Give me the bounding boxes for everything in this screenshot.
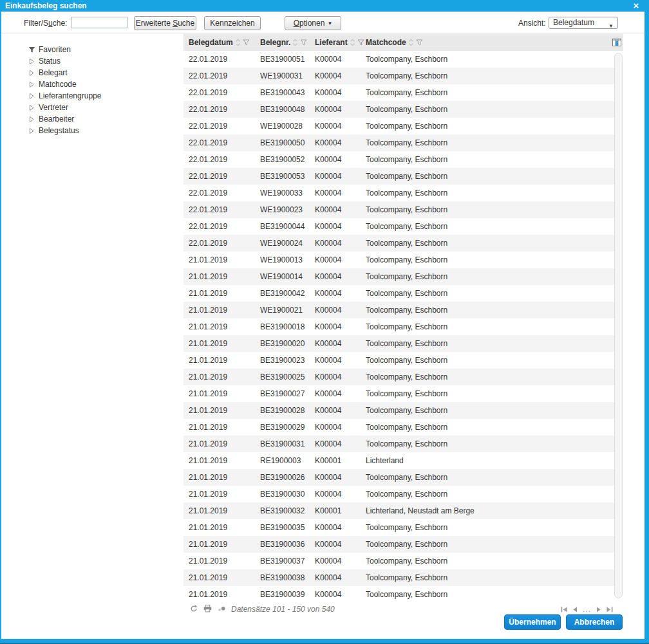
- table-cell-lieferant: K00004: [310, 71, 361, 80]
- table-cell-belegdatum: 21.01.2019: [183, 339, 255, 348]
- sidebar-item-lieferantengruppe[interactable]: Lieferantengruppe: [28, 90, 176, 102]
- sort-icon[interactable]: [292, 39, 298, 46]
- pager-prev-button[interactable]: [572, 607, 578, 612]
- table-row[interactable]: 21.01.2019BE31900018K00004Toolcompany, E…: [183, 318, 615, 335]
- filter-funnel-icon[interactable]: [300, 39, 307, 46]
- sidebar-item-status[interactable]: Status: [28, 55, 176, 67]
- table-row[interactable]: 22.01.2019BE31900044K00004Toolcompany, E…: [183, 218, 615, 235]
- table-row[interactable]: 21.01.2019RE1900003K00001Lichterland: [183, 452, 615, 469]
- table-cell-lieferant: K00004: [310, 255, 361, 264]
- table-row[interactable]: 22.01.2019WE1900033K00004Toolcompany, Es…: [183, 185, 615, 201]
- table-cell-belegdatum: 21.01.2019: [183, 306, 255, 315]
- table-row[interactable]: 21.01.2019BE31900030K00004Toolcompany, E…: [183, 486, 615, 502]
- pager-first-button[interactable]: [561, 607, 567, 612]
- triangle-right-icon: [28, 93, 35, 100]
- table-body: 22.01.2019BE31900051K00004Toolcompany, E…: [183, 51, 615, 603]
- table-cell-matchcode: Toolcompany, Eschborn: [361, 155, 615, 164]
- filter-funnel-icon[interactable]: [243, 39, 250, 46]
- table-cell-lieferant: K00004: [310, 306, 361, 315]
- sidebar-item-label: Belegart: [39, 67, 68, 78]
- chevron-down-icon: ▼: [608, 21, 614, 32]
- table-row[interactable]: 21.01.2019BE31900038K00004Toolcompany, E…: [183, 569, 615, 586]
- table-row[interactable]: 21.01.2019BE31900036K00004Toolcompany, E…: [183, 536, 615, 553]
- table-row[interactable]: 22.01.2019BE31900052K00004Toolcompany, E…: [183, 151, 615, 168]
- column-chooser-icon[interactable]: [610, 39, 623, 46]
- table-cell-belegnr: WE1900021: [255, 306, 310, 315]
- table-cell-belegdatum: 21.01.2019: [183, 456, 255, 465]
- sidebar-item-belegart[interactable]: Belegart: [28, 67, 176, 78]
- table-row[interactable]: 22.01.2019WE1900031K00004Toolcompany, Es…: [183, 68, 615, 84]
- table-cell-matchcode: Toolcompany, Eschborn: [361, 406, 615, 415]
- sidebar-item-belegstatus[interactable]: Belegstatus: [28, 125, 176, 136]
- dialog-title: Einkaufsbeleg suchen: [5, 1, 87, 10]
- table-row[interactable]: 22.01.2019WE1900024K00004Toolcompany, Es…: [183, 235, 615, 252]
- column-header-belegnr[interactable]: Belegnr.: [255, 38, 310, 47]
- table-row[interactable]: 22.01.2019BE31900051K00004Toolcompany, E…: [183, 51, 615, 68]
- sidebar-item-matchcode[interactable]: Matchcode: [28, 78, 176, 90]
- table-cell-belegdatum: 22.01.2019: [183, 239, 255, 248]
- table-row[interactable]: 21.01.2019BE31900028K00004Toolcompany, E…: [183, 402, 615, 419]
- table-row[interactable]: 22.01.2019BE31900043K00004Toolcompany, E…: [183, 84, 615, 101]
- table-row[interactable]: 21.01.2019WE1900021K00004Toolcompany, Es…: [183, 302, 615, 318]
- table-cell-lieferant: K00004: [310, 356, 361, 365]
- vertical-scrollbar-thumb[interactable]: [614, 53, 623, 598]
- column-label: Matchcode: [366, 38, 406, 47]
- sidebar-item-vertreter[interactable]: Vertreter: [28, 102, 176, 113]
- table-row[interactable]: 22.01.2019BE31900053K00004Toolcompany, E…: [183, 168, 615, 185]
- optionen-button[interactable]: Optionen▼: [285, 16, 341, 30]
- refresh-icon[interactable]: [190, 605, 198, 612]
- sort-icon[interactable]: [235, 39, 241, 46]
- ansicht-select[interactable]: Belegdatum ▼: [549, 17, 618, 29]
- table-cell-matchcode: Toolcompany, Eschborn: [361, 356, 615, 365]
- table-cell-belegdatum: 21.01.2019: [183, 540, 255, 549]
- table-row[interactable]: 21.01.2019BE31900026K00004Toolcompany, E…: [183, 469, 615, 486]
- table-cell-matchcode: Toolcompany, Eschborn: [361, 557, 615, 566]
- sort-icon[interactable]: [408, 39, 414, 46]
- table-cell-lieferant: K00004: [310, 322, 361, 331]
- filter-funnel-icon[interactable]: [416, 39, 423, 46]
- sidebar-item-bearbeiter[interactable]: Bearbeiter: [28, 113, 176, 125]
- table-row[interactable]: 22.01.2019WE1900028K00004Toolcompany, Es…: [183, 118, 615, 134]
- table-row[interactable]: 22.01.2019WE1900023K00004Toolcompany, Es…: [183, 201, 615, 218]
- column-header-lieferant[interactable]: Lieferant: [310, 38, 361, 47]
- kennzeichen-button[interactable]: Kennzeichen: [204, 16, 261, 30]
- table-row[interactable]: 21.01.2019BE31900031K00004Toolcompany, E…: [183, 436, 615, 452]
- sort-icon[interactable]: [350, 39, 355, 46]
- table-cell-belegnr: BE31900039: [255, 590, 310, 599]
- pager-last-button[interactable]: [607, 607, 613, 612]
- table-row[interactable]: 22.01.2019BE31900050K00004Toolcompany, E…: [183, 134, 615, 151]
- table-row[interactable]: 21.01.2019WE1900014K00004Toolcompany, Es…: [183, 268, 615, 285]
- sidebar-item-favoriten[interactable]: Favoriten: [28, 44, 176, 55]
- table-row[interactable]: 21.01.2019BE31900042K00004Toolcompany, E…: [183, 285, 615, 302]
- uebernehmen-button[interactable]: Übernehmen: [504, 614, 561, 630]
- table-row[interactable]: 21.01.2019BE31900027K00004Toolcompany, E…: [183, 385, 615, 402]
- table-cell-lieferant: K00004: [310, 189, 361, 198]
- table-row[interactable]: 21.01.2019BE31900035K00004Toolcompany, E…: [183, 519, 615, 536]
- table-row[interactable]: 21.01.2019BE31900023K00004Toolcompany, E…: [183, 352, 615, 369]
- table-row[interactable]: 21.01.2019BE31900020K00004Toolcompany, E…: [183, 335, 615, 352]
- table-row[interactable]: 21.01.2019BE31900032K00001Lichterland, N…: [183, 502, 615, 519]
- pager-next-button[interactable]: [596, 607, 601, 612]
- dialog-border-bottom: [0, 639, 649, 644]
- table-row[interactable]: 21.01.2019BE31900039K00004Toolcompany, E…: [183, 586, 615, 603]
- abbrechen-button[interactable]: Abbrechen: [566, 614, 623, 630]
- filter-input[interactable]: [71, 17, 127, 28]
- table-row[interactable]: 21.01.2019BE31900025K00004Toolcompany, E…: [183, 369, 615, 385]
- table-cell-belegnr: RE1900003: [255, 456, 310, 465]
- table-cell-belegdatum: 22.01.2019: [183, 71, 255, 80]
- column-header-matchcode[interactable]: Matchcode: [361, 38, 610, 47]
- erweiterte-suche-button[interactable]: Erweiterte Suche: [134, 16, 196, 30]
- close-icon[interactable]: ×: [631, 0, 641, 12]
- print-icon[interactable]: [203, 605, 212, 612]
- column-label: Belegdatum: [189, 38, 233, 47]
- table-row[interactable]: 21.01.2019WE1900013K00004Toolcompany, Es…: [183, 252, 615, 268]
- table-cell-belegdatum: 21.01.2019: [183, 490, 255, 499]
- table-row[interactable]: 21.01.2019BE31900037K00004Toolcompany, E…: [183, 553, 615, 569]
- table-cell-lieferant: K00004: [310, 88, 361, 97]
- table-cell-belegnr: WE1900028: [255, 122, 310, 131]
- export-icon[interactable]: [218, 605, 226, 612]
- table-row[interactable]: 22.01.2019BE31900048K00004Toolcompany, E…: [183, 101, 615, 118]
- column-header-belegdatum[interactable]: Belegdatum: [183, 38, 255, 47]
- table-cell-belegnr: BE31900028: [255, 406, 310, 415]
- table-row[interactable]: 21.01.2019BE31900029K00004Toolcompany, E…: [183, 419, 615, 436]
